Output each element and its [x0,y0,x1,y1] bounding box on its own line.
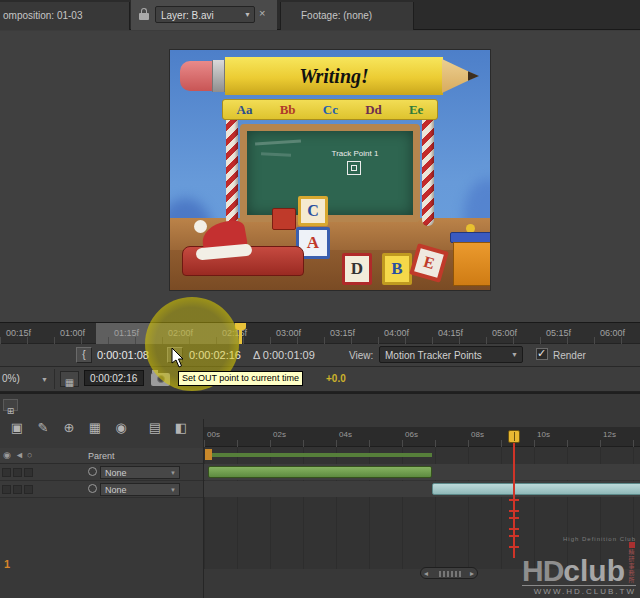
block-letter: A [307,233,319,253]
scroll-left-icon[interactable]: ◂ [424,568,428,579]
banner-letters: Aa [237,102,253,118]
flowchart-glyph: ⊞ [7,406,15,416]
pencil-text: Writing! [299,65,369,88]
tab-composition-label: omposition: 01-03 [3,10,83,21]
page-number: 1 [4,558,10,570]
layer-switch-cell[interactable] [2,485,11,494]
view-dropdown[interactable]: Motion Tracker Points ▼ [379,346,523,363]
time-label: 04:00f [384,328,409,338]
pixel-offset-value: +0.0 [326,373,346,384]
chevron-down-icon: ▼ [170,487,176,493]
grid-guides-button[interactable]: ▦ [60,371,79,387]
santa-hat-pom [194,220,207,233]
watermark-club: club [563,558,625,584]
work-area-start-handle[interactable] [205,449,212,460]
time-label: 00s [207,430,220,439]
box-icon[interactable]: ▣ [6,419,28,437]
layer-bar-summary [208,453,432,457]
parent-column-label: Parent [88,451,115,461]
glyph: ⊕ [64,420,75,435]
time-label: 04s [339,430,352,439]
current-time-value: 0:00:02:16 [90,373,137,384]
tab-layer-active[interactable]: Layer: B.avi ▼ × [131,0,277,30]
zoom-scroll-grip[interactable]: ◂ ▸ [420,567,478,579]
cti-marker-notch [514,432,515,441]
parent-dropdown[interactable]: None ▼ [100,466,180,479]
layer-viewer-dropdown[interactable]: Layer: B.avi ▼ [155,6,255,23]
render-checkbox[interactable]: ✓ [536,348,548,360]
viewer-lock-icon[interactable] [139,8,149,21]
layer-switch-cell[interactable] [13,468,22,477]
rows-icon[interactable]: ▤ [144,419,166,437]
block-b: B [382,253,412,285]
in-point-time[interactable]: 0:00:01:08 [97,349,149,361]
time-label: 03:00f [276,328,301,338]
track-point-label: Track Point 1 [295,149,415,158]
layer-time-ruler[interactable]: 00:15f 01:00f 01:15f 02:00f 02:15f 03:00… [0,322,640,344]
time-label: 02s [273,430,286,439]
chalk-scribble [261,152,291,157]
flowchart-icon[interactable]: ⊞ [3,399,18,411]
tab-composition[interactable]: omposition: 01-03 [0,2,130,30]
layer-viewer: Track Point 1 Aa Bb Cc Dd Ee Writing! [0,31,640,322]
grid-icon: ▦ [65,377,74,388]
glyph: ◉ [115,420,126,435]
layer-switch-cell[interactable] [24,485,33,494]
pencil-icon[interactable]: ✎ [32,419,54,437]
layer-switch-cell[interactable] [13,485,22,494]
candy-pole-right [422,108,434,226]
time-label: 05:00f [492,328,517,338]
magnification-dropdown[interactable]: 0%) ▼ [0,371,52,387]
scroll-right-icon[interactable]: ▸ [470,568,474,579]
timeline-cti-marker[interactable] [508,430,520,443]
pencil-lead [468,70,479,82]
cti-ibeam [509,535,519,548]
current-time-field[interactable]: 0:00:02:16 [84,370,144,386]
track-point-box[interactable] [347,161,361,175]
block-c: C [298,196,328,226]
tab-close-icon[interactable]: × [259,7,265,19]
out-point-time[interactable]: 0:00:02:16 [189,349,241,361]
parent-dropdown-value: None [105,485,127,495]
layer-cti-handle[interactable] [235,323,246,330]
snapshot-camera-icon[interactable] [151,373,170,386]
tab-footage[interactable]: Footage: (none) [280,2,414,30]
layer-switch-cell[interactable] [24,468,33,477]
layer-row[interactable]: None ▼ [0,481,203,498]
parent-dropdown-value: None [105,468,127,478]
contrast-icon[interactable]: ◧ [170,419,192,437]
view-dropdown-value: Motion Tracker Points [385,350,482,361]
eye-icon[interactable]: ◉ [110,419,132,437]
santa-hat [194,220,254,264]
layer-row[interactable]: None ▼ [0,464,203,481]
time-label: 01:00f [60,328,85,338]
set-in-point-button[interactable]: { [76,347,92,363]
layer-viewer-dropdown-label: Layer: B.avi [161,10,214,21]
chevron-down-icon: ▼ [41,376,48,383]
chalkboard [240,124,420,222]
pencil-eraser [180,61,214,91]
pick-whip-icon[interactable] [88,467,97,476]
tracker-controls-bar: { 0:00:01:08 } 0:00:02:16 Δ 0:00:01:09 V… [0,344,640,367]
pick-whip-icon[interactable] [88,484,97,493]
pencil-ferrule [212,60,225,92]
timeline-ruler[interactable]: 00s 02s 04s 06s 08s 10s 12s [204,427,640,447]
block-letter: B [391,259,402,279]
composition-image: Track Point 1 Aa Bb Cc Dd Ee Writing! [170,50,490,290]
layer-switch-cell[interactable] [2,468,11,477]
grid-icon[interactable]: ▦ [84,419,106,437]
alphabet-banner: Aa Bb Cc Dd Ee [222,99,438,120]
time-label: 05:15f [546,328,571,338]
watermark-red-square [629,542,635,548]
pencil-banner: Writing! [180,56,480,96]
duration-delta: Δ 0:00:01:09 [253,349,315,361]
target-icon[interactable]: ⊕ [58,419,80,437]
layer-duration-bar-2[interactable] [432,483,640,495]
chalk-scribble [255,139,301,145]
lock-body [139,13,149,20]
watermark-brand-row: HD club 精研事務所 [522,542,636,584]
parent-dropdown[interactable]: None ▼ [100,483,180,496]
check-icon: ✓ [537,347,546,360]
layer-duration-bar-1[interactable] [208,466,432,478]
mouse-cursor [171,348,187,368]
